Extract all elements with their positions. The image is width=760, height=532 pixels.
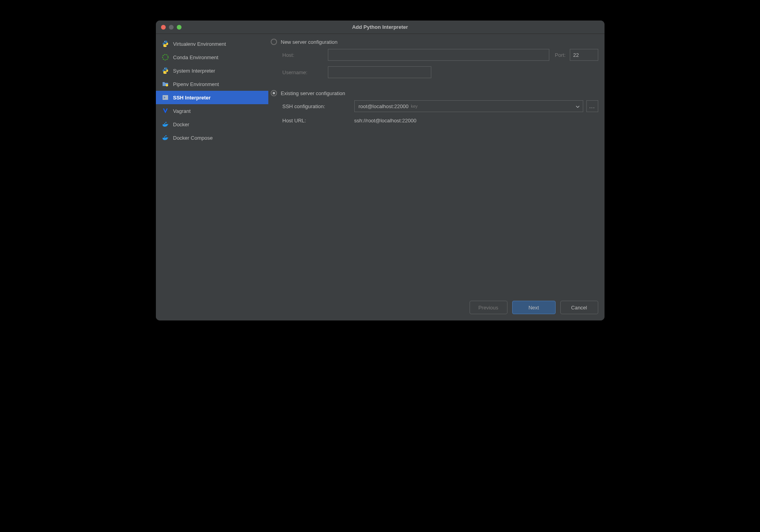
titlebar: Add Python Interpreter (156, 21, 605, 34)
sidebar-item-pipenv[interactable]: Pipenv Environment (156, 77, 268, 91)
docker-compose-icon (161, 134, 169, 142)
existing-server-form: SSH configuration: root@localhost:22000 … (270, 100, 598, 129)
terminal-icon (161, 94, 169, 101)
ssh-config-row: SSH configuration: root@localhost:22000 … (283, 100, 598, 112)
chevron-down-icon (576, 103, 580, 109)
button-label: Previous (478, 305, 498, 311)
sidebar-item-label: SSH Interpreter (173, 95, 211, 101)
button-label: Next (528, 305, 539, 311)
ssh-config-value: root@localhost:22000 (359, 103, 409, 109)
ssh-config-label: SSH configuration: (283, 103, 354, 109)
python-icon (161, 40, 169, 48)
sidebar-item-conda[interactable]: Conda Environment (156, 51, 268, 64)
folder-icon (161, 80, 169, 88)
window-title: Add Python Interpreter (156, 24, 605, 30)
svg-point-5 (166, 84, 168, 86)
sidebar-item-docker-compose[interactable]: Docker Compose (156, 131, 268, 144)
host-row: Host: Port: (283, 49, 598, 61)
port-input[interactable] (570, 49, 598, 61)
sidebar-item-label: Docker (173, 122, 189, 127)
conda-icon (161, 53, 169, 61)
vagrant-icon (161, 107, 169, 115)
sidebar-item-label: Pipenv Environment (173, 81, 219, 87)
username-row: Username: (283, 66, 598, 78)
button-label: Cancel (571, 305, 587, 311)
maximize-window-button[interactable] (177, 25, 182, 30)
existing-server-radio-label: Existing server configuration (281, 90, 345, 96)
dialog-window: Add Python Interpreter Virtualenv Enviro… (156, 21, 605, 320)
existing-server-radio[interactable] (271, 90, 277, 96)
username-label: Username: (283, 69, 328, 75)
previous-button[interactable]: Previous (470, 301, 507, 314)
sidebar-item-virtualenv[interactable]: Virtualenv Environment (156, 37, 268, 51)
ssh-auth-badge: key (411, 104, 417, 109)
cancel-button[interactable]: Cancel (560, 301, 598, 314)
new-server-form: Host: Port: Username: (270, 49, 598, 84)
sidebar-item-system[interactable]: System Interpreter (156, 64, 268, 77)
svg-point-2 (163, 54, 168, 60)
dialog-content: Virtualenv Environment Conda Environment… (156, 34, 605, 320)
sidebar-item-label: Docker Compose (173, 135, 213, 141)
new-server-radio-label: New server configuration (281, 39, 338, 45)
host-url-row: Host URL: ssh://root@localhost:22000 (283, 118, 598, 124)
browse-ssh-config-button[interactable]: ... (586, 100, 598, 112)
username-input[interactable] (328, 66, 431, 78)
sidebar-item-vagrant[interactable]: Vagrant (156, 104, 268, 118)
new-server-radio-row[interactable]: New server configuration (270, 39, 598, 45)
svg-point-0 (164, 41, 165, 42)
sidebar-item-label: Conda Environment (173, 54, 219, 60)
docker-icon (161, 120, 169, 128)
svg-point-3 (164, 68, 165, 69)
minimize-window-button[interactable] (169, 25, 174, 30)
ssh-config-dropdown[interactable]: root@localhost:22000 key (354, 100, 583, 112)
sidebar-item-ssh[interactable]: SSH Interpreter (156, 91, 268, 104)
ellipsis-icon: ... (589, 103, 595, 109)
python-icon (161, 67, 169, 75)
host-label: Host: (283, 52, 328, 58)
sidebar-item-label: Virtualenv Environment (173, 41, 226, 47)
next-button[interactable]: Next (512, 301, 556, 314)
sidebar-item-label: System Interpreter (173, 68, 215, 74)
host-url-value: ssh://root@localhost:22000 (354, 118, 417, 124)
host-url-label: Host URL: (283, 118, 354, 124)
main-panel: New server configuration Host: Port: Use… (268, 34, 605, 320)
svg-point-1 (166, 46, 167, 47)
port-label: Port: (555, 52, 565, 58)
sidebar-item-docker[interactable]: Docker (156, 118, 268, 131)
dialog-footer: Previous Next Cancel (470, 301, 598, 314)
new-server-radio[interactable] (271, 39, 277, 45)
sidebar-item-label: Vagrant (173, 108, 191, 114)
interpreter-type-sidebar: Virtualenv Environment Conda Environment… (156, 34, 268, 320)
existing-server-radio-row[interactable]: Existing server configuration (270, 90, 598, 96)
svg-point-4 (166, 73, 167, 73)
host-input[interactable] (328, 49, 550, 61)
window-controls (156, 25, 182, 30)
close-window-button[interactable] (161, 25, 166, 30)
